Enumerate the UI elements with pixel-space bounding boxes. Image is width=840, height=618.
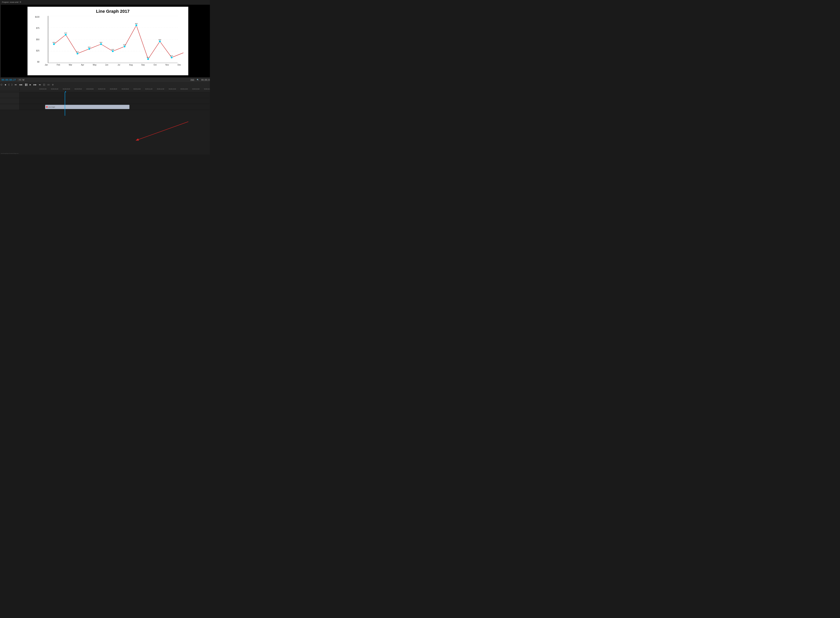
ruler-14: 00;00;14;00 xyxy=(181,88,192,90)
controls-row: ⬡ ◆ { } ⏮ ◀◀ ▐▐ ▶ ▶▶ ⏭ [ ] □□ ⊙ + xyxy=(0,82,210,87)
ctrl-pause-btn[interactable]: ▐▐ xyxy=(24,83,28,86)
svg-text:$50: $50 xyxy=(99,42,102,43)
timeline-playhead xyxy=(65,92,65,116)
clip-line-graph[interactable]: Line Graph xyxy=(45,105,129,109)
ctrl-last-btn[interactable]: ⏭ xyxy=(39,83,42,86)
copyright-text: www.DesignAgencyCreativeCollege.com xyxy=(1,153,19,154)
ruler-03: 00;00;03;00 xyxy=(51,88,63,90)
y-label-25: $25 xyxy=(30,50,39,52)
svg-text:$12: $12 xyxy=(147,56,150,58)
full-button[interactable]: Full xyxy=(190,79,194,81)
x-mar: Mar xyxy=(65,64,75,66)
svg-point-15 xyxy=(147,58,149,60)
x-may: May xyxy=(90,64,99,66)
video-canvas: Line Graph 2017 $100 $75 $50 $25 $0 xyxy=(1,5,210,77)
program-menu-icon[interactable]: ☰ xyxy=(19,1,21,3)
y-label-75: $75 xyxy=(30,27,39,29)
ruler-05: 00;00;05;00 xyxy=(74,88,86,90)
y-label-0: $0 xyxy=(30,61,39,63)
ruler-16: 00;00;16;00 xyxy=(204,88,210,90)
ruler-12: 00;00;12;00 xyxy=(157,88,169,90)
x-axis-labels: Jan Feb Mar Apr May Jun Jul Aug Sep Oct … xyxy=(42,64,184,66)
y-label-100: $100 xyxy=(30,16,39,18)
ruler-11: 00;00;11;00 xyxy=(145,88,157,90)
chart-container: Line Graph 2017 $100 $75 $50 $25 $0 xyxy=(27,7,188,75)
ctrl-first-btn[interactable]: ⏮ xyxy=(14,83,17,86)
clip-icon xyxy=(46,106,47,108)
ruler-04: 00;00;04;00 xyxy=(63,88,74,90)
timecode-right: 00;00;04;16 xyxy=(201,79,210,81)
ctrl-rewind-btn[interactable]: ◀◀ xyxy=(18,83,23,86)
svg-text:$35: $35 xyxy=(111,49,114,51)
timecode-left: 00;00;08;27 xyxy=(1,79,16,81)
x-jul: Jul xyxy=(114,64,124,66)
x-jan: Jan xyxy=(42,64,51,66)
monitor-header: Program: ocean-arial ☰ xyxy=(1,1,210,3)
ruler-15: 00;00;15;00 xyxy=(192,88,204,90)
svg-point-12 xyxy=(112,50,114,52)
track-content-v1[interactable]: Line Graph xyxy=(19,104,210,110)
ruler-08: 00;00;08;00 xyxy=(110,88,122,90)
playback-area: 00;00;08;27 Fit Full 🔍 00;00;04;16 xyxy=(0,78,210,82)
timeline-header: 00;00;02;00 00;00;03;00 00;00;04;00 00;0… xyxy=(0,87,210,91)
ruler-06: 00;00;06;00 xyxy=(86,88,98,90)
ruler-13: 00;00;13;00 xyxy=(169,88,181,90)
track-label-v3 xyxy=(0,92,19,98)
x-apr: Apr xyxy=(78,64,88,66)
fit-dropdown[interactable]: Fit xyxy=(18,79,25,81)
chart-title: Line Graph 2017 xyxy=(42,9,184,14)
x-oct: Oct xyxy=(150,64,160,66)
svg-text:$50: $50 xyxy=(53,42,55,43)
svg-point-16 xyxy=(159,40,161,42)
ruler-07: 00;00;07;00 xyxy=(98,88,110,90)
ctrl-safe-btn[interactable]: □□ xyxy=(47,83,50,86)
track-row-v3 xyxy=(0,92,210,98)
svg-point-14 xyxy=(135,24,137,26)
main-area: Program: ocean-arial ☰ Line Graph 2017 $… xyxy=(0,0,210,154)
program-monitor: Program: ocean-arial ☰ xyxy=(0,0,210,4)
ctrl-in-btn[interactable]: { xyxy=(8,83,10,86)
chart-svg: $50 $70 $30 $40 $50 $35 $45 $80 $12 $56 … xyxy=(42,16,184,63)
ctrl-play-btn[interactable]: ▶ xyxy=(29,83,32,86)
ctrl-marker-btn[interactable]: ◆ xyxy=(4,83,7,86)
y-label-50: $50 xyxy=(30,39,39,41)
ctrl-camera-btn[interactable]: ⬡ xyxy=(0,83,3,86)
track-content-v2[interactable] xyxy=(19,98,210,104)
svg-text:$56: $56 xyxy=(159,39,161,41)
ruler-02: 00;00;02;00 xyxy=(39,88,51,90)
svg-text:$30: $30 xyxy=(76,51,79,53)
svg-point-13 xyxy=(123,46,126,48)
track-row-v1: Line Graph xyxy=(0,104,210,110)
timeline-area: 00;00;02;00 00;00;03;00 00;00;04;00 00;0… xyxy=(0,87,210,154)
x-jun: Jun xyxy=(102,64,111,66)
track-content-v3[interactable] xyxy=(19,92,210,98)
x-nov: Nov xyxy=(162,64,172,66)
program-label: Program: ocean-arial xyxy=(2,1,18,3)
track-row-v2 xyxy=(0,98,210,104)
svg-point-9 xyxy=(77,53,79,55)
x-feb: Feb xyxy=(53,64,63,66)
x-sep: Sep xyxy=(138,64,148,66)
ctrl-loop-btn[interactable]: [ ] xyxy=(43,83,46,86)
x-aug: Aug xyxy=(126,64,136,66)
track-label-v2 xyxy=(0,98,19,104)
svg-text:$45: $45 xyxy=(123,44,126,46)
track-label-v1 xyxy=(0,104,19,110)
svg-text:$23: $23 xyxy=(170,55,173,57)
svg-text:$70: $70 xyxy=(64,32,67,34)
svg-point-7 xyxy=(53,43,55,45)
ruler-10: 00;00;10;00 xyxy=(134,88,145,90)
timeline-tracks: Line Graph xyxy=(0,92,210,116)
ctrl-cam-btn[interactable]: ⊙ xyxy=(51,83,54,86)
svg-point-17 xyxy=(171,56,173,58)
x-dec: Dec xyxy=(174,64,184,66)
y-axis-labels: $100 $75 $50 $25 $0 xyxy=(30,16,39,63)
app-container: Program: ocean-arial ☰ Line Graph 2017 $… xyxy=(0,0,210,154)
svg-point-8 xyxy=(65,34,67,36)
timeline-ruler: 00;00;02;00 00;00;03;00 00;00;04;00 00;0… xyxy=(19,87,210,91)
svg-text:$80: $80 xyxy=(135,23,138,25)
ctrl-out-btn[interactable]: } xyxy=(11,83,13,86)
clip-label: Line Graph xyxy=(48,106,55,108)
ctrl-ff-btn[interactable]: ▶▶ xyxy=(33,83,37,86)
svg-text:$40: $40 xyxy=(88,46,91,48)
